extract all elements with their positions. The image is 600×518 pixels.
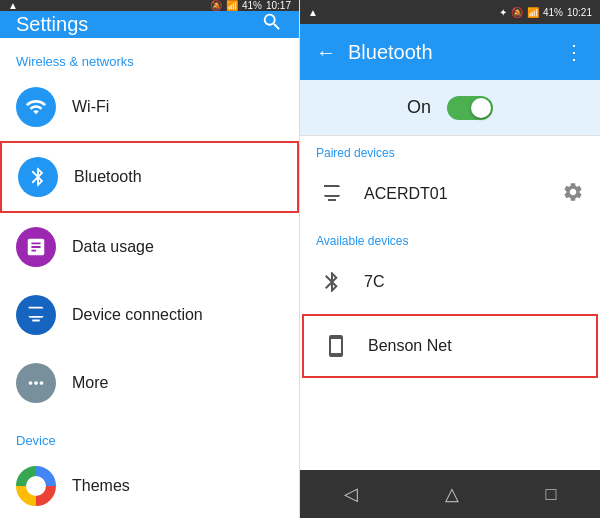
battery-right-text: 41% bbox=[543, 7, 563, 18]
bt-title: Bluetooth bbox=[348, 41, 433, 64]
bt-app-bar-left: ← Bluetooth bbox=[316, 41, 433, 64]
7c-name: 7C bbox=[364, 273, 584, 291]
signal-icon: 📶 bbox=[226, 0, 238, 11]
status-bar-right-area: 🔕 📶 41% 10:17 bbox=[210, 0, 291, 11]
benson-net-item[interactable]: Benson Net bbox=[302, 314, 598, 378]
settings-title: Settings bbox=[16, 13, 88, 36]
status-bar-left-icons: ▲ bbox=[8, 0, 18, 11]
svg-point-1 bbox=[30, 480, 42, 492]
available-devices-label: Available devices bbox=[300, 224, 600, 252]
bt-more-icon[interactable]: ⋮ bbox=[564, 40, 584, 64]
bluetooth-item[interactable]: Bluetooth bbox=[0, 141, 299, 213]
back-button-right[interactable]: ◁ bbox=[328, 475, 374, 513]
search-icon[interactable] bbox=[261, 11, 283, 38]
acerdt01-item[interactable]: ACERDT01 bbox=[300, 164, 600, 224]
wifi-icon bbox=[16, 87, 56, 127]
more-icon bbox=[16, 363, 56, 403]
nfc-status-icon: 🔕 bbox=[511, 7, 523, 18]
wireless-section-label: Wireless & networks bbox=[0, 38, 299, 73]
bluetooth-icon bbox=[18, 157, 58, 197]
status-bar-right: ▲ ✦ 🔕 📶 41% 10:21 bbox=[300, 0, 600, 24]
signal-status-icon: 📶 bbox=[527, 7, 539, 18]
time-text: 10:17 bbox=[266, 0, 291, 11]
bt-toggle-label: On bbox=[407, 97, 431, 118]
bluetooth-status-icon: ✦ bbox=[499, 7, 507, 18]
themes-label: Themes bbox=[72, 477, 130, 495]
bt-toggle-switch[interactable] bbox=[447, 96, 493, 120]
triangle-icon-right: ▲ bbox=[308, 7, 318, 18]
data-usage-label: Data usage bbox=[72, 238, 154, 256]
battery-text: 41% bbox=[242, 0, 262, 11]
themes-item[interactable]: Themes bbox=[0, 452, 299, 518]
nav-bar-right: ◁ △ □ bbox=[300, 470, 600, 518]
gear-icon[interactable] bbox=[562, 181, 584, 208]
more-item[interactable]: More bbox=[0, 349, 299, 417]
more-label: More bbox=[72, 374, 108, 392]
benson-net-name: Benson Net bbox=[368, 337, 580, 355]
device-connection-icon bbox=[16, 295, 56, 335]
status-bar-right-left: ▲ bbox=[308, 7, 318, 18]
bt-toggle-row: On bbox=[300, 80, 600, 136]
status-bar-right-right: ✦ 🔕 📶 41% 10:21 bbox=[499, 7, 592, 18]
data-usage-item[interactable]: Data usage bbox=[0, 213, 299, 281]
bluetooth-panel: ▲ ✦ 🔕 📶 41% 10:21 ← Bluetooth ⋮ On Paire… bbox=[300, 0, 600, 518]
device-connection-item[interactable]: Device connection bbox=[0, 281, 299, 349]
7c-item[interactable]: 7C bbox=[300, 252, 600, 312]
wifi-label: Wi-Fi bbox=[72, 98, 109, 116]
paired-devices-label: Paired devices bbox=[300, 136, 600, 164]
themes-icon bbox=[16, 466, 56, 506]
device-connection-label: Device connection bbox=[72, 306, 203, 324]
device-section-label: Device bbox=[0, 417, 299, 452]
7c-icon bbox=[316, 266, 348, 298]
acerdt01-icon bbox=[316, 178, 348, 210]
benson-net-icon bbox=[320, 330, 352, 362]
acerdt01-name: ACERDT01 bbox=[364, 185, 562, 203]
recent-button-right[interactable]: □ bbox=[530, 476, 573, 513]
settings-panel: ▲ 🔕 📶 41% 10:17 Settings Wireless & netw… bbox=[0, 0, 300, 518]
bt-back-icon[interactable]: ← bbox=[316, 41, 336, 64]
bluetooth-label: Bluetooth bbox=[74, 168, 142, 186]
home-button-right[interactable]: △ bbox=[429, 475, 475, 513]
wifi-item[interactable]: Wi-Fi bbox=[0, 73, 299, 141]
nfc-icon: 🔕 bbox=[210, 0, 222, 11]
status-bar-left: ▲ 🔕 📶 41% 10:17 bbox=[0, 0, 299, 11]
data-usage-icon bbox=[16, 227, 56, 267]
time-right-text: 10:21 bbox=[567, 7, 592, 18]
triangle-icon: ▲ bbox=[8, 0, 18, 11]
bluetooth-app-bar: ← Bluetooth ⋮ bbox=[300, 24, 600, 80]
settings-app-bar: Settings bbox=[0, 11, 299, 38]
